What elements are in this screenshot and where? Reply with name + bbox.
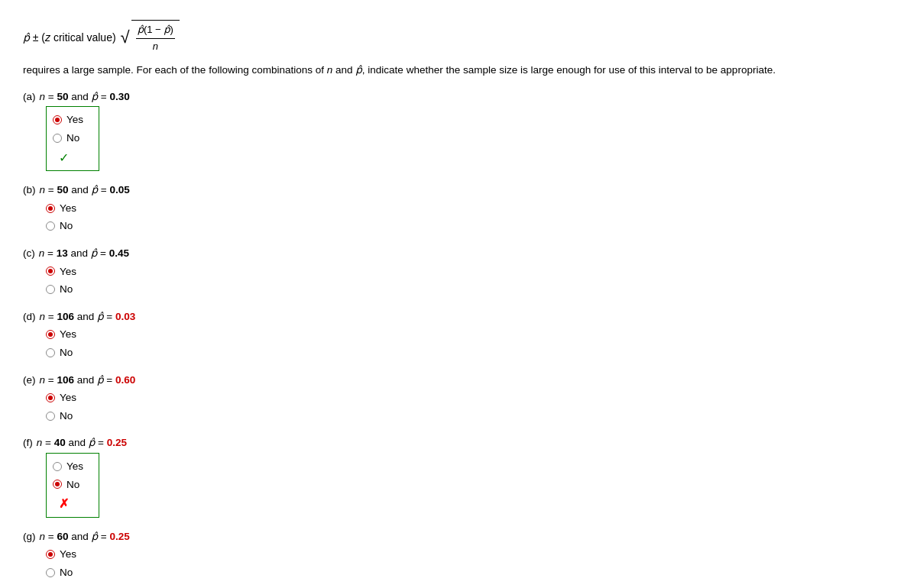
part-f-no-row[interactable]: No [53,477,88,493]
part-e-condition: n = 106 and p̂ = 0.60 [40,372,136,389]
part-c-yes-radio[interactable] [46,267,55,276]
part-d-no-row[interactable]: No [46,344,894,361]
part-a-yes-label: Yes [66,111,83,128]
part-a-header: (a) n = 50 and p̂ = 0.30 [23,89,894,105]
part-d-no-radio[interactable] [46,348,55,357]
part-f-incorrect-icon: ✗ [59,494,88,514]
part-e-yes-label: Yes [60,389,76,406]
part-c: (c) n = 13 and p̂ = 0.45 YesNo [23,245,894,298]
part-b-yes-label: Yes [60,200,76,217]
part-b-no-radio[interactable] [46,221,55,231]
part-d: (d) n = 106 and p̂ = 0.03 YesNo [23,309,894,361]
part-a-label: (a) [23,89,36,105]
formula-expression: p̂ ± (z critical value) √ p̂(1 − p̂) n [23,20,894,55]
part-e-yes-row[interactable]: Yes [46,389,894,406]
part-a-yes-radio[interactable] [53,115,62,124]
formula-section: p̂ ± (z critical value) √ p̂(1 − p̂) n [23,15,894,55]
part-g-yes-label: Yes [60,546,76,563]
part-f-options-wrapper: YesNo✗ [46,453,99,518]
part-d-yes-label: Yes [60,326,76,343]
part-a-yes-row[interactable]: Yes [53,111,88,128]
parts-container: (a) n = 50 and p̂ = 0.30 YesNo✓(b) n = 5… [23,89,894,588]
part-c-header: (c) n = 13 and p̂ = 0.45 [23,245,894,262]
part-g-header: (g) n = 60 and p̂ = 0.25 [23,528,894,545]
part-f-no-label: No [66,477,79,493]
part-c-yes-row[interactable]: Yes [46,263,894,280]
part-d-header: (d) n = 106 and p̂ = 0.03 [23,309,894,325]
part-c-options-wrapper: YesNo [46,263,894,298]
part-g-options-wrapper: YesNo [46,546,894,580]
part-g: (g) n = 60 and p̂ = 0.25 YesNo [23,528,894,581]
part-c-label: (c) [23,245,35,262]
part-e-header: (e) n = 106 and p̂ = 0.60 [23,372,894,389]
part-b: (b) n = 50 and p̂ = 0.05 YesNo [23,182,894,234]
part-b-label: (b) [23,182,36,199]
part-d-no-label: No [60,344,73,361]
part-c-no-row[interactable]: No [46,281,894,298]
part-c-condition: n = 13 and p̂ = 0.45 [39,245,129,262]
part-f-yes-radio[interactable] [53,462,62,471]
part-b-yes-radio[interactable] [46,204,55,213]
part-g-yes-radio[interactable] [46,550,55,559]
fraction-numerator: p̂(1 − p̂) [136,22,175,39]
sqrt-symbol: √ [121,29,130,46]
fraction-denominator: n [151,39,160,55]
part-a-no-label: No [66,130,79,147]
part-f-yes-row[interactable]: Yes [53,458,88,475]
part-f-yes-label: Yes [66,458,83,475]
formula-lhs: p̂ ± (z critical value) [23,29,116,46]
part-e-label: (e) [23,372,36,389]
part-e-no-label: No [60,408,73,425]
part-b-header: (b) n = 50 and p̂ = 0.05 [23,182,894,199]
requires-text: requires a large sample. For each of the… [23,63,894,78]
part-g-yes-row[interactable]: Yes [46,546,894,563]
part-b-no-label: No [60,218,73,234]
part-e-yes-radio[interactable] [46,393,55,402]
part-f-no-radio[interactable] [53,480,62,489]
fraction: p̂(1 − p̂) n [136,22,175,55]
part-c-no-label: No [60,281,73,298]
part-e: (e) n = 106 and p̂ = 0.60 YesNo [23,372,894,425]
part-e-no-radio[interactable] [46,412,55,421]
sqrt-content: p̂(1 − p̂) n [131,20,180,55]
part-d-yes-row[interactable]: Yes [46,326,894,343]
part-a-no-radio[interactable] [53,134,62,143]
part-b-options-wrapper: YesNo [46,200,894,234]
part-a-condition: n = 50 and p̂ = 0.30 [40,89,130,105]
sqrt-wrapper: √ p̂(1 − p̂) n [121,20,180,55]
part-d-condition: n = 106 and p̂ = 0.03 [40,309,136,325]
part-g-label: (g) [23,528,36,545]
part-d-yes-radio[interactable] [46,330,55,339]
part-f-header: (f) n = 40 and p̂ = 0.25 [23,435,894,451]
part-g-no-radio[interactable] [46,568,55,577]
part-a-no-row[interactable]: No [53,130,88,147]
part-a-correct-icon: ✓ [59,148,88,168]
part-c-yes-label: Yes [60,263,76,280]
part-a-options-wrapper: YesNo✓ [46,106,99,171]
part-f-condition: n = 40 and p̂ = 0.25 [37,435,127,451]
part-e-options-wrapper: YesNo [46,389,894,424]
part-f-label: (f) [23,435,33,451]
part-g-no-row[interactable]: No [46,564,894,581]
part-f: (f) n = 40 and p̂ = 0.25 YesNo✗ [23,435,894,517]
part-g-no-label: No [60,564,73,581]
part-b-no-row[interactable]: No [46,218,894,234]
part-g-condition: n = 60 and p̂ = 0.25 [40,528,130,545]
part-d-options-wrapper: YesNo [46,326,894,360]
part-c-no-radio[interactable] [46,285,55,294]
part-d-label: (d) [23,309,36,325]
part-e-no-row[interactable]: No [46,408,894,425]
part-a: (a) n = 50 and p̂ = 0.30 YesNo✓ [23,89,894,171]
part-b-condition: n = 50 and p̂ = 0.05 [40,182,130,199]
part-b-yes-row[interactable]: Yes [46,200,894,217]
